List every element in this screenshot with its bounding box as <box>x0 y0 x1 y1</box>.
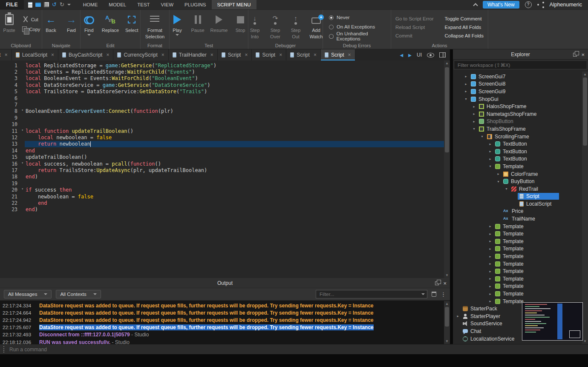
explorer-item-price[interactable]: Price <box>453 208 582 215</box>
editor-tab-script[interactable]: Script× <box>321 49 355 60</box>
tree-collapsed-arrow-icon[interactable]: ▸ <box>487 262 493 266</box>
code-text[interactable] <box>25 121 444 128</box>
reload-script-button[interactable]: Reload Script <box>395 25 433 30</box>
code-text[interactable]: end) <box>25 206 444 213</box>
explorer-item-template[interactable]: ▸Template <box>453 252 582 260</box>
tree-node[interactable]: TextButton <box>493 140 529 147</box>
paste-button[interactable]: Paste <box>2 13 17 33</box>
add-watch-button[interactable]: + Add Watch <box>308 13 324 39</box>
tree-collapsed-arrow-icon[interactable]: ▸ <box>487 255 493 258</box>
scroll-up-icon[interactable]: ▲ <box>582 72 588 76</box>
code-line-12[interactable]: 12 local newboolean = false <box>0 134 444 140</box>
close-tab-icon[interactable]: × <box>106 52 109 58</box>
code-text[interactable]: end <box>25 200 444 206</box>
code-line-19[interactable]: 19 <box>0 180 444 186</box>
code-text[interactable]: end) <box>25 174 444 180</box>
explorer-item-shopbutton[interactable]: ▸ShopButton <box>453 118 582 126</box>
explorer-item-textbutton[interactable]: ▸TextButton <box>453 155 582 163</box>
context-filter-dropdown[interactable]: All Contexts <box>56 290 101 298</box>
tree-node[interactable]: Template <box>493 283 525 290</box>
tree-collapsed-arrow-icon[interactable]: ▸ <box>471 120 477 123</box>
step-over-button[interactable]: ↷ Step Over <box>268 13 283 39</box>
tree-node[interactable]: Template <box>493 290 525 297</box>
select-button[interactable]: Select <box>124 13 139 33</box>
editor-tab-localscript[interactable]: LocalScript× <box>12 49 58 60</box>
close-tab-icon[interactable]: × <box>161 52 164 58</box>
tree-collapsed-arrow-icon[interactable]: ▸ <box>487 232 493 236</box>
code-line-7[interactable]: 7 <box>0 101 444 108</box>
code-line-18[interactable]: 18end) <box>0 174 444 180</box>
output-options-icon[interactable]: ⋮ <box>441 291 446 298</box>
open-file-icon[interactable] <box>35 3 41 7</box>
output-row[interactable]: 22:17:32.493Disconnect from ::ffff:127.0… <box>0 331 444 338</box>
output-row[interactable]: 22:17:25.607DataStore request was added … <box>0 324 444 331</box>
explorer-item-textbutton[interactable]: ▸TextButton <box>453 148 582 155</box>
code-line-23[interactable]: 23end) <box>0 206 444 213</box>
tree-collapsed-arrow-icon[interactable]: ▸ <box>487 277 493 281</box>
explorer-item-screengui7[interactable]: ▸ScreenGui7 <box>453 73 582 80</box>
tree-node[interactable]: TextButton <box>493 155 529 162</box>
popout-panel-icon[interactable] <box>435 281 439 285</box>
tree-collapsed-arrow-icon[interactable]: ▸ <box>471 105 477 109</box>
tree-node[interactable]: TextButton <box>493 148 529 155</box>
save-icon[interactable] <box>44 2 49 7</box>
editor-scrollbar-thumb[interactable] <box>445 67 449 152</box>
debug-errors-option-never[interactable]: Never <box>329 13 350 22</box>
output-scrollbar-thumb[interactable] <box>445 307 449 327</box>
tree-collapsed-arrow-icon[interactable]: ▸ <box>463 75 469 78</box>
tree-node[interactable]: Chat <box>461 328 483 335</box>
tree-node[interactable]: SoundService <box>461 320 504 327</box>
editor-tab-buycashscript[interactable]: BuyCashScript× <box>58 49 113 60</box>
close-tab-icon[interactable]: × <box>348 52 351 58</box>
tree-node[interactable]: ScrollingFrame <box>485 133 531 140</box>
commit-button[interactable]: Commit <box>395 33 433 38</box>
code-area[interactable]: 1local ReplicatedStorage = game:GetServi… <box>0 62 444 213</box>
scroll-tabs-right-icon[interactable]: ▶ <box>408 53 412 57</box>
tree-node[interactable]: Template <box>493 275 525 282</box>
tree-collapsed-arrow-icon[interactable]: ▸ <box>487 299 493 303</box>
editor-tab-trailhandler[interactable]: TrailHandler× <box>169 49 218 60</box>
debug-errors-option-unhandled-exceptions[interactable]: On Unhandled Exceptions <box>329 32 391 41</box>
code-line-16[interactable]: 16▾local success, newboolean = pcall(fun… <box>0 161 444 167</box>
tree-node[interactable]: TrailsShopFrame <box>477 126 527 132</box>
tree-node[interactable]: Template <box>493 245 525 252</box>
code-text[interactable]: local BooleanEvent = Events:WaitForChild… <box>25 75 444 82</box>
code-text[interactable]: local Events = ReplicatedStorage:WaitFor… <box>25 69 444 75</box>
code-line-5[interactable]: 5local TrailsStore = DataStoreService:Ge… <box>0 89 444 95</box>
tree-node[interactable]: LocalizationService <box>461 335 516 342</box>
tree-node[interactable]: RedTrail <box>510 186 540 192</box>
tree-expanded-arrow-icon[interactable]: ▾ <box>471 127 477 131</box>
resume-button[interactable]: Resume <box>210 13 228 33</box>
collapse-all-folds-button[interactable]: Collapse All Folds <box>445 33 484 38</box>
code-line-17[interactable]: 17 return TrailsStore:UpdateAsync(plr, u… <box>0 167 444 173</box>
tree-node[interactable]: Template <box>493 223 525 230</box>
step-into-button[interactable]: ↓ Step Into <box>247 13 262 39</box>
code-line-3[interactable]: 3local BooleanEvent = Events:WaitForChil… <box>0 75 444 82</box>
explorer-item-nametagsshopframe[interactable]: ▸NametagsShopFrame <box>453 110 582 118</box>
debug-errors-option-all-exceptions[interactable]: On All Exceptions <box>329 22 375 32</box>
menu-tab-test[interactable]: TEST <box>132 0 155 9</box>
tree-node[interactable]: Template <box>493 230 525 237</box>
explorer-filter-input[interactable] <box>454 60 587 69</box>
editor-tab-script[interactable]: Script× <box>218 49 252 60</box>
explorer-item-trailsshopframe[interactable]: ▾TrailsShopFrame <box>453 125 582 133</box>
menu-tab-script-menu[interactable]: SCRIPT MENU <box>212 0 257 9</box>
quick-access-caret-icon[interactable] <box>67 4 71 6</box>
tree-collapsed-arrow-icon[interactable]: ▸ <box>463 82 469 86</box>
code-text[interactable]: local newboolean = false <box>25 134 444 140</box>
tree-node[interactable]: ScreenGui9 <box>469 88 507 95</box>
explorer-item-template[interactable]: ▾Template <box>453 163 582 170</box>
tree-node[interactable]: Script <box>518 193 559 200</box>
code-text[interactable]: return TrailsStore:UpdateAsync(plr, upda… <box>25 167 444 173</box>
menu-tab-model[interactable]: MODEL <box>103 0 132 9</box>
explorer-scrollbar-thumb[interactable] <box>583 77 587 146</box>
code-text[interactable]: updateTrailBoolean() <box>25 154 444 160</box>
undo-icon[interactable]: ↺ <box>52 2 57 8</box>
close-tab-icon[interactable]: × <box>210 52 213 58</box>
tree-collapsed-arrow-icon[interactable]: ▸ <box>487 149 493 153</box>
editor-scrollbar[interactable]: ▲ ▼ <box>444 60 450 278</box>
tree-node[interactable]: ColorFrame <box>502 171 539 178</box>
output-filter-combobox[interactable] <box>316 290 427 298</box>
editor-tab-script[interactable]: Script× <box>252 49 286 60</box>
cut-button[interactable]: Cut <box>22 16 40 23</box>
